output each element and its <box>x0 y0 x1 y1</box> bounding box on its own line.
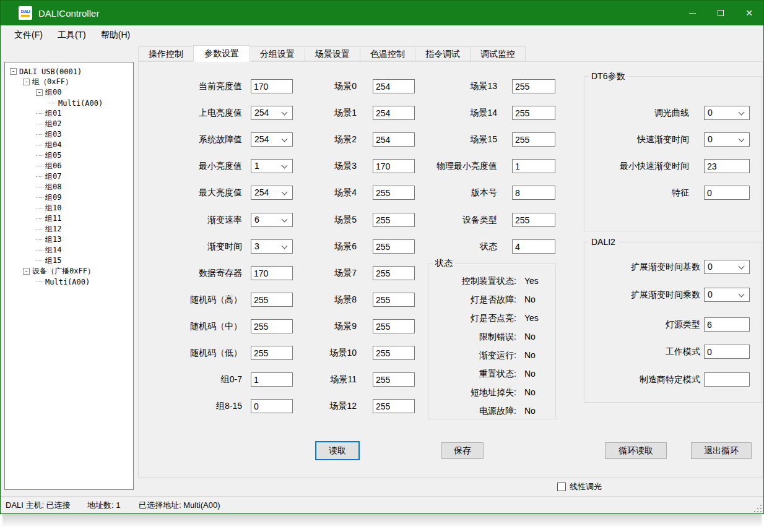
col3-field-4[interactable] <box>512 186 555 200</box>
dali2-field-3[interactable] <box>704 345 750 359</box>
col2-field-4[interactable] <box>373 186 415 200</box>
col2-field-7[interactable] <box>373 266 415 280</box>
minimize-button[interactable] <box>678 1 706 25</box>
tab-0[interactable]: 操作控制 <box>138 46 194 61</box>
tab-6[interactable]: 调试监控 <box>470 46 526 61</box>
col1-field-6[interactable]: 3 <box>251 239 293 254</box>
col2-label-0: 场景0 <box>290 79 357 93</box>
col3-field-5[interactable] <box>512 213 555 227</box>
col1-field-12[interactable] <box>251 399 293 413</box>
col2-field-5[interactable] <box>373 213 415 227</box>
tree-node[interactable]: -DALI USB(0001) <box>5 66 133 77</box>
tab-3[interactable]: 场景设置 <box>305 46 360 61</box>
tree-node[interactable]: -组（0xFF） <box>5 77 133 87</box>
dt6-field-3[interactable] <box>704 186 750 200</box>
tree-node[interactable]: -组00 <box>5 87 133 98</box>
tree-node[interactable]: 组06 <box>5 161 133 171</box>
dt6-field-1[interactable]: 0 <box>704 132 750 147</box>
col2-field-1[interactable] <box>373 106 415 120</box>
status-row-label: 灯是否点亮: <box>428 309 516 327</box>
dali2-field-2[interactable] <box>704 317 750 332</box>
status-row-value: No <box>524 290 536 309</box>
col2-field-8[interactable] <box>373 293 415 307</box>
tree-node[interactable]: 组08 <box>5 182 133 192</box>
col2-field-6[interactable] <box>373 239 415 254</box>
menu-item-2[interactable]: 帮助(H) <box>93 27 137 43</box>
save-button[interactable]: 保存 <box>441 442 484 459</box>
col2-field-12[interactable] <box>373 399 415 413</box>
col2-field-10[interactable] <box>373 346 415 360</box>
tree-node-label: 组05 <box>45 150 61 161</box>
tree-node[interactable]: 组04 <box>5 140 133 150</box>
col3-field-1[interactable] <box>512 106 555 120</box>
menu-item-1[interactable]: 工具(T) <box>50 27 93 43</box>
tree-node[interactable]: 组02 <box>5 119 133 129</box>
tree-node[interactable]: 组11 <box>5 213 133 224</box>
col1-label-7: 数据寄存器 <box>148 266 242 280</box>
col3-label-6: 状态 <box>419 239 497 254</box>
dali2-field-1[interactable]: 0 <box>704 288 750 302</box>
col1-field-10[interactable] <box>251 346 293 360</box>
tree-node[interactable]: 组05 <box>5 150 133 161</box>
tree-connector <box>36 166 43 166</box>
collapse-icon[interactable]: - <box>23 79 30 85</box>
tree-node[interactable]: 组14 <box>5 245 133 255</box>
col2-field-9[interactable] <box>373 319 415 333</box>
tree-node[interactable]: 组15 <box>5 255 133 266</box>
col1-field-5[interactable]: 6 <box>251 213 293 227</box>
exit-loop-button[interactable]: 退出循环 <box>691 442 752 459</box>
col2-field-3[interactable] <box>373 159 415 173</box>
col3-field-6[interactable] <box>512 239 555 254</box>
col1-field-8[interactable] <box>251 293 293 307</box>
loop-read-button[interactable]: 循环读取 <box>605 442 667 459</box>
col2-field-11[interactable] <box>373 372 415 387</box>
col1-field-3[interactable]: 1 <box>251 159 293 173</box>
col3-field-3[interactable] <box>512 159 555 173</box>
dt6-field-0[interactable]: 0 <box>704 106 750 120</box>
tab-4[interactable]: 色温控制 <box>360 46 415 61</box>
menu-item-0[interactable]: 文件(F) <box>7 27 50 43</box>
status-row-label: 限制错误: <box>428 327 516 346</box>
tree-node[interactable]: 组03 <box>5 129 133 140</box>
close-button[interactable]: ✕ <box>735 1 763 25</box>
checkbox-icon[interactable] <box>557 483 566 491</box>
col1-field-11[interactable] <box>251 372 293 387</box>
collapse-icon[interactable]: - <box>36 89 43 96</box>
tree-node[interactable]: Multi(A00) <box>5 277 133 287</box>
col3-label-0: 场景13 <box>419 79 497 93</box>
col1-field-2[interactable]: 254 <box>251 132 293 147</box>
dt6-label-0: 调光曲线 <box>589 106 689 120</box>
dali2-field-0[interactable]: 0 <box>704 260 750 274</box>
dali2-field-4[interactable] <box>704 372 750 387</box>
col1-field-7[interactable] <box>251 266 293 280</box>
maximize-button[interactable] <box>706 1 735 25</box>
col2-field-0[interactable] <box>373 79 415 93</box>
tree-node[interactable]: 组10 <box>5 203 133 213</box>
collapse-icon[interactable]: - <box>10 68 17 75</box>
tree-node[interactable]: 组01 <box>5 108 133 119</box>
tree-node[interactable]: -设备（广播0xFF） <box>5 266 133 277</box>
tab-5[interactable]: 指令调试 <box>415 46 471 61</box>
combo-value: 6 <box>254 213 259 226</box>
status-row-value: No <box>524 383 536 401</box>
tab-2[interactable]: 分组设置 <box>250 46 305 61</box>
tree-node[interactable]: 组09 <box>5 192 133 203</box>
col3-field-0[interactable] <box>512 79 555 93</box>
dt6-field-2[interactable] <box>704 159 750 173</box>
tree-node[interactable]: 组12 <box>5 224 133 234</box>
col1-field-4[interactable]: 254 <box>251 186 293 200</box>
tree-node[interactable]: 组13 <box>5 234 133 245</box>
linear-dimming-checkbox[interactable]: 线性调光 <box>557 481 602 492</box>
resize-grip-icon[interactable] <box>754 505 762 513</box>
read-button[interactable]: 读取 <box>315 441 360 460</box>
collapse-icon[interactable]: - <box>23 268 30 275</box>
col1-field-9[interactable] <box>251 319 293 333</box>
tab-1[interactable]: 参数设置 <box>193 45 250 62</box>
col1-field-0[interactable] <box>251 79 293 93</box>
col2-field-2[interactable] <box>373 132 415 147</box>
col1-field-1[interactable]: 254 <box>251 106 293 120</box>
tree-connector <box>36 208 43 208</box>
tree-node[interactable]: 组07 <box>5 171 133 182</box>
col3-field-2[interactable] <box>512 132 555 147</box>
tree-node[interactable]: Multi(A00) <box>5 98 133 108</box>
